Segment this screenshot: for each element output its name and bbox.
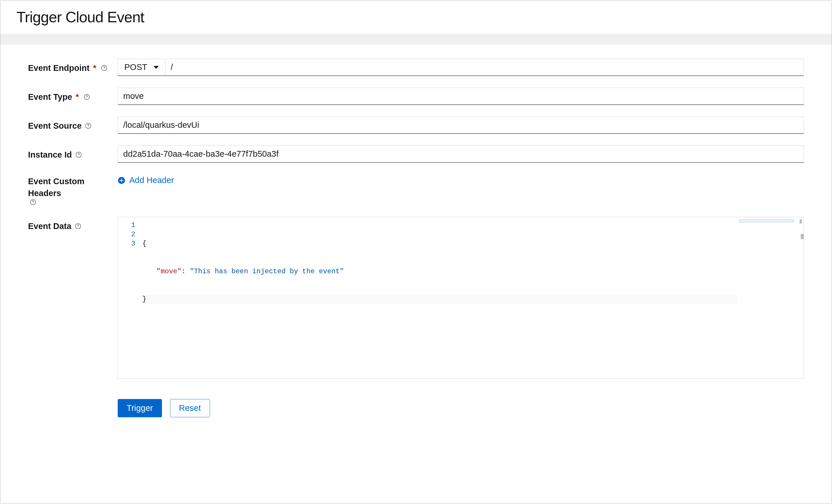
reset-button[interactable]: Reset xyxy=(170,399,210,417)
custom-headers-label: Event Custom Headers xyxy=(28,175,118,205)
event-source-label-text: Event Source xyxy=(28,120,82,132)
code-token: { xyxy=(142,240,146,247)
scrollbar-thumb[interactable] xyxy=(800,219,802,223)
editor-content[interactable]: { "move": "This has been injected by the… xyxy=(139,217,737,378)
event-endpoint-label: Event Endpoint * xyxy=(28,59,118,74)
event-type-label-text: Event Type xyxy=(28,91,72,103)
divider-band xyxy=(0,34,832,45)
svg-point-9 xyxy=(33,203,33,204)
line-number: 1 xyxy=(118,221,135,230)
svg-point-3 xyxy=(86,98,87,98)
required-marker: * xyxy=(76,91,79,103)
minimap-viewport xyxy=(739,219,794,222)
help-icon[interactable] xyxy=(75,223,81,229)
line-number: 3 xyxy=(118,239,135,248)
help-icon[interactable] xyxy=(76,152,82,158)
scrollbar-thumb[interactable] xyxy=(801,234,804,239)
required-marker: * xyxy=(93,62,96,74)
code-token: "This has been injected by the event" xyxy=(190,267,344,275)
caret-down-icon xyxy=(154,66,159,69)
http-method-value: POST xyxy=(124,62,147,72)
event-type-label: Event Type * xyxy=(28,88,118,103)
help-icon[interactable] xyxy=(30,199,36,205)
event-source-input[interactable] xyxy=(118,116,804,134)
svg-point-5 xyxy=(88,127,88,127)
http-method-select[interactable]: POST xyxy=(118,59,165,76)
svg-point-1 xyxy=(104,69,104,70)
instance-id-label: Instance Id xyxy=(28,145,118,161)
add-header-label: Add Header xyxy=(129,176,174,185)
svg-rect-12 xyxy=(120,180,124,180)
page-title: Trigger Cloud Event xyxy=(17,8,815,26)
help-icon[interactable] xyxy=(84,94,90,100)
editor-gutter: 1 2 3 xyxy=(118,217,139,378)
endpoint-path-input[interactable] xyxy=(165,59,804,76)
instance-id-label-text: Instance Id xyxy=(28,149,72,161)
help-icon[interactable] xyxy=(85,123,92,129)
trigger-button[interactable]: Trigger xyxy=(118,399,162,417)
code-token: } xyxy=(142,295,146,303)
event-data-editor[interactable]: 1 2 3 { "move": "This has been injected … xyxy=(118,217,804,379)
event-endpoint-label-text: Event Endpoint xyxy=(28,62,89,74)
help-icon[interactable] xyxy=(101,65,107,71)
svg-point-14 xyxy=(78,227,78,228)
editor-minimap[interactable] xyxy=(737,217,804,378)
event-source-label: Event Source xyxy=(28,116,118,132)
code-token: : xyxy=(181,267,190,275)
instance-id-input[interactable] xyxy=(118,145,804,163)
code-token: "move" xyxy=(156,267,181,275)
custom-headers-label-text: Event Custom Headers xyxy=(28,176,116,199)
event-data-label: Event Data xyxy=(28,217,118,232)
event-type-input[interactable] xyxy=(118,88,804,105)
svg-point-7 xyxy=(78,156,79,156)
event-data-label-text: Event Data xyxy=(28,220,72,232)
plus-circle-icon xyxy=(118,177,125,184)
add-header-button[interactable]: Add Header xyxy=(118,175,174,185)
line-number: 2 xyxy=(118,230,135,239)
